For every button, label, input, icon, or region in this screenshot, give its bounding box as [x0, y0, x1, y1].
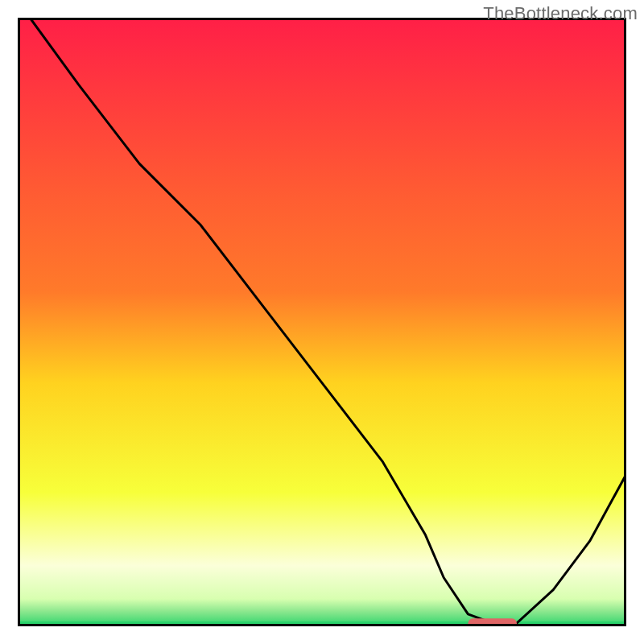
watermark-label: TheBottleneck.com [483, 3, 638, 24]
bottleneck-plot [18, 18, 626, 626]
gradient-background [18, 18, 626, 626]
plot-svg [18, 18, 626, 626]
chart-frame: TheBottleneck.com [0, 0, 644, 644]
